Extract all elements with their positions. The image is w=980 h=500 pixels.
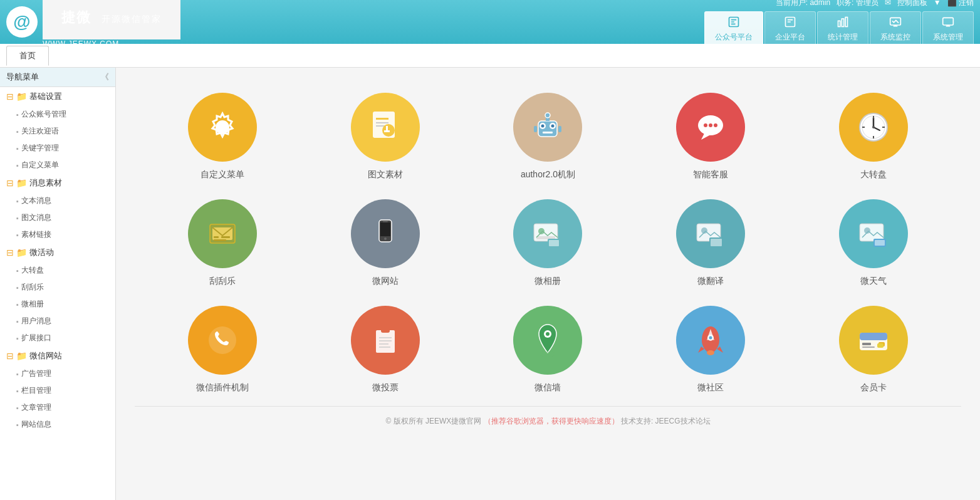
- sidebar-item-article-management[interactable]: ▪文章管理: [0, 399, 115, 416]
- sidebar-group-title-micro-activities[interactable]: ⊟📁微活动: [0, 243, 115, 262]
- icon-item-custom-menu[interactable]: 自定义菜单: [147, 93, 298, 180]
- icon-circle-scratch-card: [188, 199, 257, 268]
- icon-item-micro-weather[interactable]: 微天气: [798, 199, 949, 287]
- sidebar-item-ad-management[interactable]: ▪广告管理: [0, 365, 115, 382]
- group-label: 微活动: [29, 247, 54, 258]
- icon-item-micro-album[interactable]: 微相册: [473, 199, 623, 287]
- sidebar-item-label: 广告管理: [21, 368, 51, 379]
- sidebar-item-label: 关键字管理: [21, 143, 59, 154]
- sidebar-item-label: 大转盘: [21, 265, 44, 276]
- sidebar-item-label: 栏目管理: [21, 385, 51, 396]
- nav-btn-system-monitor[interactable]: 系统监控: [870, 11, 921, 47]
- svg-point-47: [384, 237, 387, 240]
- browser-tip[interactable]: （推荐谷歌浏览器，获得更快响应速度）: [484, 417, 619, 425]
- svg-rect-76: [860, 333, 887, 340]
- collapse-icon[interactable]: 《: [101, 71, 109, 83]
- sidebar-item-column-management[interactable]: ▪栏目管理: [0, 382, 115, 399]
- icon-label-wechat-wall: 微信墙: [534, 382, 561, 393]
- nav-btn-public-platform[interactable]: 公众号平台: [704, 11, 763, 47]
- list-icon: ▪: [16, 214, 19, 222]
- svg-rect-57: [711, 239, 722, 246]
- sidebar-item-graphic-message[interactable]: ▪图文消息: [0, 209, 115, 226]
- nav-btn-enterprise-platform[interactable]: 企业平台: [764, 11, 816, 47]
- icon-label-micro-vote: 微投票: [372, 382, 399, 393]
- svg-rect-42: [214, 236, 219, 238]
- nav-btn-system-management[interactable]: 系统管理: [922, 11, 974, 47]
- svg-rect-78: [862, 346, 875, 348]
- sidebar-item-follow-welcome[interactable]: ▪关注欢迎语: [0, 123, 115, 140]
- chat-icon: [692, 108, 729, 146]
- sidebar-item-site-info[interactable]: ▪网站信息: [0, 416, 115, 433]
- svg-point-18: [541, 125, 545, 128]
- icon-item-micro-translate[interactable]: 微翻译: [635, 199, 786, 287]
- sidebar-item-label: 公众账号管理: [21, 109, 66, 120]
- svg-point-29: [714, 123, 717, 127]
- sidebar-group-title-basic-settings[interactable]: ⊟📁基础设置: [0, 87, 115, 106]
- main-content: 自定义菜单 图文素材 author2.0机制 智能客服 大转盘: [116, 68, 980, 500]
- icon-item-wechat-plugin[interactable]: 微信插件机制: [147, 306, 298, 393]
- icon-label-scratch-card: 刮刮乐: [209, 276, 236, 287]
- sidebar-item-material-link[interactable]: ▪素材链接: [0, 226, 115, 243]
- sidebar-item-label: 文章管理: [21, 402, 51, 413]
- nav-btn-stats-management[interactable]: 统计管理: [817, 11, 868, 47]
- svg-point-8: [216, 121, 229, 133]
- clock-icon: [855, 108, 892, 146]
- sidebar-item-big-wheel[interactable]: ▪大转盘: [0, 262, 115, 279]
- svg-rect-4: [845, 17, 847, 26]
- icon-item-membership-card[interactable]: 会员卡: [798, 306, 949, 393]
- list-icon: ▪: [16, 162, 19, 169]
- sidebar-item-label: 图文消息: [21, 212, 51, 223]
- sidebar-item-user-message[interactable]: ▪用户消息: [0, 313, 115, 330]
- svg-rect-2: [838, 21, 840, 26]
- sidebar-item-keyword-management[interactable]: ▪关键字管理: [0, 140, 115, 157]
- sidebar-group-title-message-material[interactable]: ⊟📁消息素材: [0, 174, 115, 192]
- sidebar-item-label: 微相册: [21, 299, 44, 310]
- icon-item-author-mechanism[interactable]: author2.0机制: [473, 93, 623, 180]
- phone2-icon: [204, 321, 241, 359]
- sidebar-item-account-management[interactable]: ▪公众账号管理: [0, 106, 115, 123]
- svg-rect-58: [860, 224, 884, 241]
- icon-item-graphic-material[interactable]: 图文素材: [310, 93, 461, 180]
- icon-item-big-wheel[interactable]: 大转盘: [798, 93, 949, 180]
- sidebar-item-label: 关注欢迎语: [21, 126, 59, 137]
- sidebar-item-custom-menu[interactable]: ▪自定义菜单: [0, 157, 115, 174]
- sidebar-group-title-micro-website[interactable]: ⊟📁微信网站: [0, 346, 115, 365]
- sidebar-group-basic-settings: ⊟📁基础设置▪公众账号管理▪关注欢迎语▪关键字管理▪自定义菜单: [0, 87, 115, 174]
- rocket-icon: [692, 321, 729, 359]
- icon-item-wechat-wall[interactable]: 微信墙: [473, 306, 623, 393]
- sidebar-item-text-message[interactable]: ▪文本消息: [0, 192, 115, 209]
- icon-item-micro-site[interactable]: 微网站: [310, 199, 461, 287]
- icon-circle-micro-weather: [839, 199, 908, 268]
- icon-item-micro-vote[interactable]: 微投票: [310, 306, 461, 393]
- icon-item-scratch-card[interactable]: 刮刮乐: [147, 199, 298, 287]
- sidebar-item-extension-api[interactable]: ▪扩展接口: [0, 330, 115, 346]
- svg-point-28: [709, 123, 712, 127]
- system-monitor-icon: [889, 16, 902, 30]
- icon-label-custom-menu: 自定义菜单: [201, 169, 244, 180]
- sidebar-group-micro-website: ⊟📁微信网站▪广告管理▪栏目管理▪文章管理▪网站信息: [0, 346, 115, 433]
- control-panel-link[interactable]: 控制面板: [897, 0, 927, 8]
- sidebar-group-micro-activities: ⊟📁微活动▪大转盘▪刮刮乐▪微相册▪用户消息▪扩展接口: [0, 243, 115, 346]
- svg-rect-21: [543, 132, 553, 133]
- sidebar-header: 导航菜单 《: [0, 68, 115, 87]
- list-icon: ▪: [16, 335, 19, 342]
- svg-rect-6: [943, 18, 954, 25]
- svg-point-62: [209, 326, 236, 354]
- clipboard-icon: [367, 321, 404, 359]
- icon-item-smart-service[interactable]: 智能客服: [635, 93, 786, 180]
- list-icon: ▪: [16, 197, 19, 205]
- photo3-icon: [855, 215, 892, 253]
- icon-label-membership-card: 会员卡: [860, 382, 887, 393]
- icon-circle-author-mechanism: [513, 93, 582, 162]
- sidebar-item-micro-album[interactable]: ▪微相册: [0, 296, 115, 313]
- tab-home[interactable]: 首页: [6, 46, 49, 66]
- sidebar-item-scratch-card[interactable]: ▪刮刮乐: [0, 279, 115, 296]
- logout-link[interactable]: ⬛ 注销: [947, 0, 974, 8]
- icon-circle-membership-card: [839, 306, 908, 375]
- icon-item-micro-community[interactable]: 微社区: [635, 306, 786, 393]
- list-icon: ▪: [16, 404, 19, 412]
- folder-open-icon: ⊟: [6, 247, 14, 258]
- logout-icon: ⬛: [947, 0, 957, 7]
- card-icon: [855, 321, 892, 359]
- svg-point-20: [551, 125, 555, 128]
